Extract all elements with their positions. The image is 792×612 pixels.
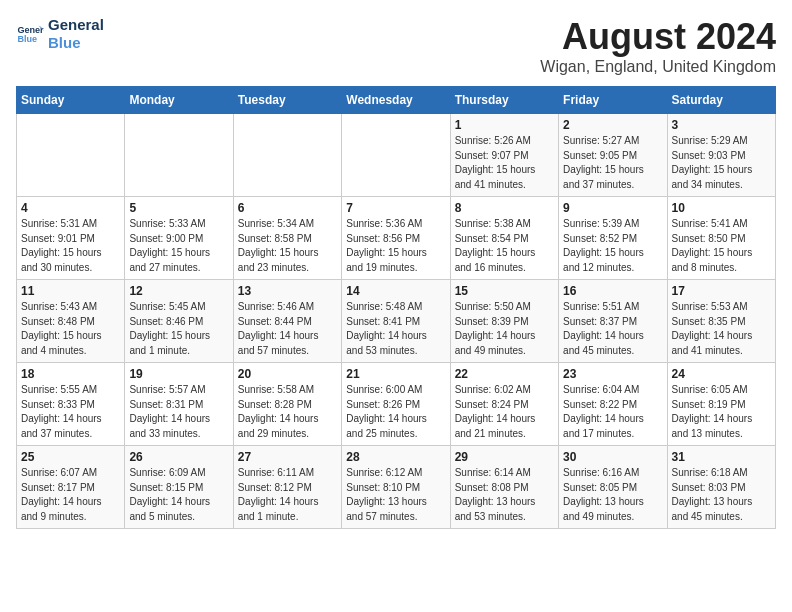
calendar-week-4: 18Sunrise: 5:55 AM Sunset: 8:33 PM Dayli… xyxy=(17,363,776,446)
calendar-cell xyxy=(125,114,233,197)
day-number: 3 xyxy=(672,118,771,132)
day-number: 26 xyxy=(129,450,228,464)
calendar-cell: 25Sunrise: 6:07 AM Sunset: 8:17 PM Dayli… xyxy=(17,446,125,529)
day-number: 14 xyxy=(346,284,445,298)
day-number: 1 xyxy=(455,118,554,132)
calendar-cell: 2Sunrise: 5:27 AM Sunset: 9:05 PM Daylig… xyxy=(559,114,667,197)
day-info: Sunrise: 5:46 AM Sunset: 8:44 PM Dayligh… xyxy=(238,300,337,358)
day-number: 7 xyxy=(346,201,445,215)
day-number: 21 xyxy=(346,367,445,381)
day-number: 20 xyxy=(238,367,337,381)
logo: General Blue General Blue xyxy=(16,16,104,52)
calendar-cell: 23Sunrise: 6:04 AM Sunset: 8:22 PM Dayli… xyxy=(559,363,667,446)
calendar-cell xyxy=(342,114,450,197)
day-number: 10 xyxy=(672,201,771,215)
day-number: 2 xyxy=(563,118,662,132)
day-number: 6 xyxy=(238,201,337,215)
logo-text-blue: Blue xyxy=(48,34,104,52)
day-info: Sunrise: 5:48 AM Sunset: 8:41 PM Dayligh… xyxy=(346,300,445,358)
calendar-cell: 31Sunrise: 6:18 AM Sunset: 8:03 PM Dayli… xyxy=(667,446,775,529)
day-info: Sunrise: 5:55 AM Sunset: 8:33 PM Dayligh… xyxy=(21,383,120,441)
weekday-header-saturday: Saturday xyxy=(667,87,775,114)
day-info: Sunrise: 5:53 AM Sunset: 8:35 PM Dayligh… xyxy=(672,300,771,358)
weekday-header-monday: Monday xyxy=(125,87,233,114)
calendar-cell: 29Sunrise: 6:14 AM Sunset: 8:08 PM Dayli… xyxy=(450,446,558,529)
calendar-cell: 10Sunrise: 5:41 AM Sunset: 8:50 PM Dayli… xyxy=(667,197,775,280)
day-info: Sunrise: 6:16 AM Sunset: 8:05 PM Dayligh… xyxy=(563,466,662,524)
day-number: 17 xyxy=(672,284,771,298)
day-info: Sunrise: 6:02 AM Sunset: 8:24 PM Dayligh… xyxy=(455,383,554,441)
calendar-cell: 24Sunrise: 6:05 AM Sunset: 8:19 PM Dayli… xyxy=(667,363,775,446)
day-info: Sunrise: 6:05 AM Sunset: 8:19 PM Dayligh… xyxy=(672,383,771,441)
day-number: 15 xyxy=(455,284,554,298)
calendar-cell: 28Sunrise: 6:12 AM Sunset: 8:10 PM Dayli… xyxy=(342,446,450,529)
day-info: Sunrise: 5:39 AM Sunset: 8:52 PM Dayligh… xyxy=(563,217,662,275)
day-number: 12 xyxy=(129,284,228,298)
calendar-cell: 4Sunrise: 5:31 AM Sunset: 9:01 PM Daylig… xyxy=(17,197,125,280)
day-info: Sunrise: 5:51 AM Sunset: 8:37 PM Dayligh… xyxy=(563,300,662,358)
day-info: Sunrise: 5:58 AM Sunset: 8:28 PM Dayligh… xyxy=(238,383,337,441)
calendar-cell: 6Sunrise: 5:34 AM Sunset: 8:58 PM Daylig… xyxy=(233,197,341,280)
day-number: 30 xyxy=(563,450,662,464)
day-number: 27 xyxy=(238,450,337,464)
day-info: Sunrise: 5:34 AM Sunset: 8:58 PM Dayligh… xyxy=(238,217,337,275)
weekday-header-row: SundayMondayTuesdayWednesdayThursdayFrid… xyxy=(17,87,776,114)
calendar-week-5: 25Sunrise: 6:07 AM Sunset: 8:17 PM Dayli… xyxy=(17,446,776,529)
day-info: Sunrise: 5:36 AM Sunset: 8:56 PM Dayligh… xyxy=(346,217,445,275)
calendar-cell: 14Sunrise: 5:48 AM Sunset: 8:41 PM Dayli… xyxy=(342,280,450,363)
logo-icon: General Blue xyxy=(16,20,44,48)
day-info: Sunrise: 5:41 AM Sunset: 8:50 PM Dayligh… xyxy=(672,217,771,275)
day-info: Sunrise: 6:09 AM Sunset: 8:15 PM Dayligh… xyxy=(129,466,228,524)
day-number: 4 xyxy=(21,201,120,215)
calendar-cell: 5Sunrise: 5:33 AM Sunset: 9:00 PM Daylig… xyxy=(125,197,233,280)
svg-text:Blue: Blue xyxy=(17,34,37,44)
calendar-cell xyxy=(233,114,341,197)
svg-text:General: General xyxy=(17,25,44,35)
calendar-title: August 2024 xyxy=(540,16,776,58)
calendar-cell: 26Sunrise: 6:09 AM Sunset: 8:15 PM Dayli… xyxy=(125,446,233,529)
calendar-subtitle: Wigan, England, United Kingdom xyxy=(540,58,776,76)
day-info: Sunrise: 6:12 AM Sunset: 8:10 PM Dayligh… xyxy=(346,466,445,524)
day-number: 8 xyxy=(455,201,554,215)
calendar-cell: 27Sunrise: 6:11 AM Sunset: 8:12 PM Dayli… xyxy=(233,446,341,529)
calendar-cell: 7Sunrise: 5:36 AM Sunset: 8:56 PM Daylig… xyxy=(342,197,450,280)
weekday-header-tuesday: Tuesday xyxy=(233,87,341,114)
calendar-cell: 22Sunrise: 6:02 AM Sunset: 8:24 PM Dayli… xyxy=(450,363,558,446)
calendar-table: SundayMondayTuesdayWednesdayThursdayFrid… xyxy=(16,86,776,529)
calendar-cell: 30Sunrise: 6:16 AM Sunset: 8:05 PM Dayli… xyxy=(559,446,667,529)
day-number: 28 xyxy=(346,450,445,464)
day-info: Sunrise: 6:11 AM Sunset: 8:12 PM Dayligh… xyxy=(238,466,337,524)
day-number: 5 xyxy=(129,201,228,215)
day-info: Sunrise: 6:14 AM Sunset: 8:08 PM Dayligh… xyxy=(455,466,554,524)
weekday-header-sunday: Sunday xyxy=(17,87,125,114)
day-info: Sunrise: 5:33 AM Sunset: 9:00 PM Dayligh… xyxy=(129,217,228,275)
calendar-cell: 15Sunrise: 5:50 AM Sunset: 8:39 PM Dayli… xyxy=(450,280,558,363)
calendar-cell: 17Sunrise: 5:53 AM Sunset: 8:35 PM Dayli… xyxy=(667,280,775,363)
weekday-header-wednesday: Wednesday xyxy=(342,87,450,114)
calendar-cell: 19Sunrise: 5:57 AM Sunset: 8:31 PM Dayli… xyxy=(125,363,233,446)
day-number: 23 xyxy=(563,367,662,381)
title-block: August 2024 Wigan, England, United Kingd… xyxy=(540,16,776,76)
day-number: 24 xyxy=(672,367,771,381)
day-info: Sunrise: 5:43 AM Sunset: 8:48 PM Dayligh… xyxy=(21,300,120,358)
calendar-cell: 21Sunrise: 6:00 AM Sunset: 8:26 PM Dayli… xyxy=(342,363,450,446)
calendar-week-1: 1Sunrise: 5:26 AM Sunset: 9:07 PM Daylig… xyxy=(17,114,776,197)
day-info: Sunrise: 6:18 AM Sunset: 8:03 PM Dayligh… xyxy=(672,466,771,524)
calendar-week-2: 4Sunrise: 5:31 AM Sunset: 9:01 PM Daylig… xyxy=(17,197,776,280)
day-number: 25 xyxy=(21,450,120,464)
calendar-cell: 16Sunrise: 5:51 AM Sunset: 8:37 PM Dayli… xyxy=(559,280,667,363)
page-header: General Blue General Blue August 2024 Wi… xyxy=(16,16,776,76)
calendar-cell: 12Sunrise: 5:45 AM Sunset: 8:46 PM Dayli… xyxy=(125,280,233,363)
calendar-cell: 18Sunrise: 5:55 AM Sunset: 8:33 PM Dayli… xyxy=(17,363,125,446)
calendar-cell: 9Sunrise: 5:39 AM Sunset: 8:52 PM Daylig… xyxy=(559,197,667,280)
day-number: 29 xyxy=(455,450,554,464)
day-info: Sunrise: 5:27 AM Sunset: 9:05 PM Dayligh… xyxy=(563,134,662,192)
day-info: Sunrise: 5:31 AM Sunset: 9:01 PM Dayligh… xyxy=(21,217,120,275)
calendar-cell xyxy=(17,114,125,197)
calendar-cell: 3Sunrise: 5:29 AM Sunset: 9:03 PM Daylig… xyxy=(667,114,775,197)
calendar-cell: 8Sunrise: 5:38 AM Sunset: 8:54 PM Daylig… xyxy=(450,197,558,280)
day-info: Sunrise: 5:26 AM Sunset: 9:07 PM Dayligh… xyxy=(455,134,554,192)
day-number: 13 xyxy=(238,284,337,298)
day-info: Sunrise: 6:04 AM Sunset: 8:22 PM Dayligh… xyxy=(563,383,662,441)
calendar-week-3: 11Sunrise: 5:43 AM Sunset: 8:48 PM Dayli… xyxy=(17,280,776,363)
